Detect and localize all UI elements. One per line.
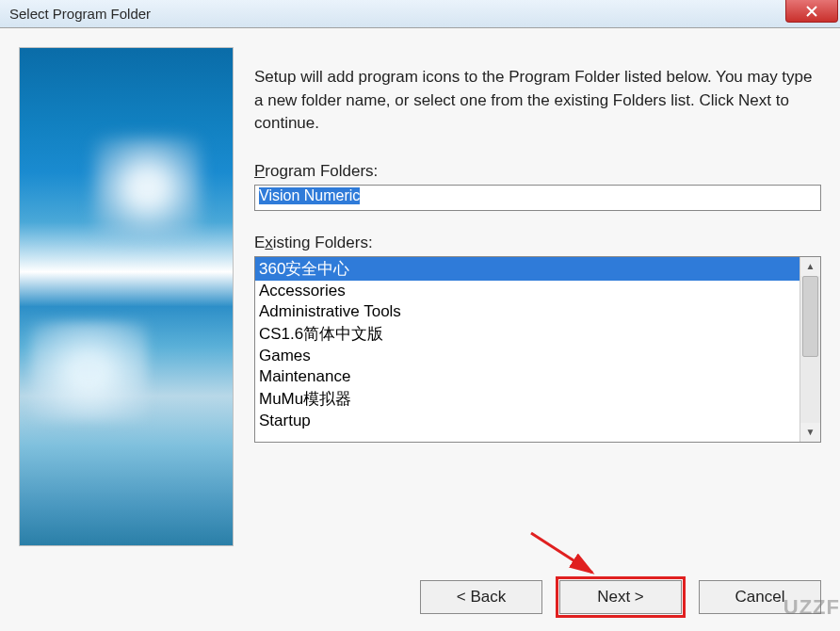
close-icon — [806, 6, 817, 17]
titlebar: Select Program Folder — [0, 0, 840, 28]
scrollbar[interactable]: ▲ ▼ — [800, 257, 820, 442]
list-item[interactable]: Accessories — [255, 281, 800, 301]
list-item[interactable]: Games — [255, 346, 800, 366]
program-folders-label: Program Folders: — [254, 162, 821, 181]
description-text: Setup will add program icons to the Prog… — [254, 66, 821, 136]
scroll-down-button[interactable]: ▼ — [801, 423, 820, 442]
next-button[interactable]: Next > — [559, 580, 682, 614]
content-area: Setup will add program icons to the Prog… — [0, 28, 840, 556]
main-content: Setup will add program icons to the Prog… — [254, 47, 821, 556]
window-body: Setup will add program icons to the Prog… — [0, 28, 840, 631]
existing-folders-label: Existing Folders: — [254, 234, 821, 252]
button-bar: < Back Next > Cancel — [420, 580, 821, 614]
existing-folders-list[interactable]: 360安全中心AccessoriesAdministrative ToolsCS… — [255, 257, 800, 442]
list-item[interactable]: MuMu模拟器 — [255, 387, 800, 411]
scroll-track[interactable] — [800, 276, 820, 423]
scroll-thumb[interactable] — [802, 276, 818, 357]
watermark: UZZF — [783, 595, 840, 620]
list-item[interactable]: Startup — [255, 411, 800, 431]
wizard-sidebar-image — [19, 47, 234, 546]
close-button[interactable] — [785, 0, 838, 23]
program-folder-value: Vision Numeric — [259, 187, 360, 204]
back-button[interactable]: < Back — [420, 580, 542, 614]
list-item[interactable]: CS1.6简体中文版 — [255, 322, 800, 346]
list-item[interactable]: Administrative Tools — [255, 301, 800, 322]
window-title: Select Program Folder — [9, 6, 151, 22]
existing-folders-list-container: 360安全中心AccessoriesAdministrative ToolsCS… — [254, 256, 821, 443]
program-folder-input[interactable]: Vision Numeric — [254, 185, 821, 211]
list-item[interactable]: 360安全中心 — [255, 257, 800, 281]
list-item[interactable]: Maintenance — [255, 366, 800, 387]
scroll-up-button[interactable]: ▲ — [801, 257, 820, 276]
